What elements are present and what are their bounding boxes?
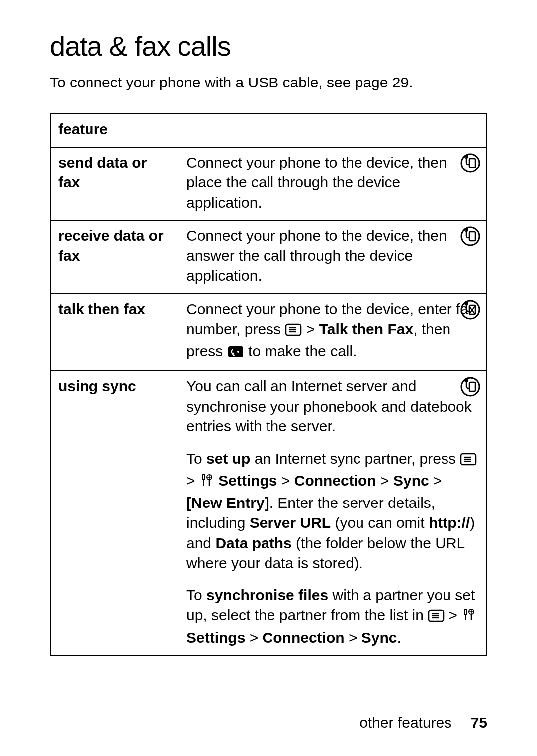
desc-text: >	[306, 321, 319, 337]
feature-desc: To synchronise files with a partner you …	[179, 581, 487, 656]
desc-text-bold: Sync	[361, 629, 397, 646]
svg-rect-6	[469, 232, 475, 241]
svg-rect-40	[464, 609, 467, 614]
desc-text-bold: http://	[429, 514, 470, 531]
menu-key-icon	[460, 451, 477, 471]
table-row: talk then fax Connect your phone to the …	[51, 294, 487, 371]
feature-name: receive data or fax	[51, 220, 180, 294]
desc-text: an Internet sync partner, press	[250, 450, 460, 467]
desc-text: (you can omit	[331, 514, 429, 531]
svg-rect-1	[469, 159, 475, 168]
svg-rect-22	[469, 382, 475, 391]
page-title: data & fax calls	[50, 30, 487, 62]
desc-text-bold: Server URL	[250, 514, 331, 531]
desc-text-bold: Data paths	[215, 535, 291, 551]
menu-key-icon	[428, 607, 445, 628]
table-header: feature	[51, 114, 487, 147]
feature-name: using sync	[51, 371, 180, 656]
desc-text: >	[376, 472, 393, 489]
table-row: receive data or fax Connect your phone t…	[51, 220, 487, 294]
desc-text: To	[186, 587, 206, 603]
svg-point-21	[461, 378, 479, 396]
desc-text: >	[445, 607, 461, 623]
feature-name: send data or fax	[51, 147, 180, 221]
settings-icon	[461, 607, 476, 628]
feature-desc: You can call an Internet server and sync…	[179, 371, 487, 444]
svg-point-0	[461, 154, 479, 172]
intro-text: To connect your phone with a USB cable, …	[50, 72, 487, 93]
table-row: using sync You can call an Internet serv…	[51, 371, 487, 444]
send-key-icon	[227, 343, 244, 364]
desc-text: >	[277, 472, 294, 489]
settings-icon	[199, 473, 214, 493]
desc-text: to make the call.	[248, 343, 357, 359]
feature-desc: To set up an Internet sync partner, pres…	[179, 444, 487, 581]
feature-desc: Connect your phone to the device, then a…	[179, 220, 487, 294]
svg-point-5	[461, 227, 479, 245]
sim-feature-icon	[460, 226, 481, 252]
sim-feature-icon	[460, 299, 481, 326]
desc-text-bold: [New Entry]	[186, 495, 269, 511]
page-footer: other features 75	[359, 714, 487, 731]
desc-text: Connect your phone to the device, then a…	[186, 227, 447, 284]
desc-text-bold: Settings	[186, 629, 245, 646]
section-label: other features	[359, 714, 451, 731]
menu-key-icon	[285, 321, 302, 341]
svg-rect-14	[228, 346, 243, 357]
desc-text-bold: set up	[206, 450, 250, 467]
svg-rect-30	[202, 475, 205, 480]
feature-table: feature send data or fax Connect your ph…	[50, 113, 487, 656]
sim-feature-icon	[460, 153, 481, 179]
page-number: 75	[471, 714, 487, 731]
desc-text: You can call an Internet server and sync…	[186, 378, 472, 434]
desc-text: >	[345, 629, 361, 646]
feature-desc: Connect your phone to the device, enter …	[179, 294, 487, 371]
desc-text: .	[397, 629, 401, 646]
desc-text: >	[245, 629, 262, 646]
desc-text-bold: synchronise files	[206, 587, 328, 603]
desc-text: >	[186, 472, 199, 489]
table-row: send data or fax Connect your phone to t…	[51, 147, 487, 221]
desc-text: Connect your phone to the device, then p…	[186, 154, 447, 211]
desc-text: >	[429, 472, 442, 489]
desc-text-bold: Connection	[294, 472, 376, 489]
desc-text: To	[186, 450, 206, 467]
sim-feature-icon	[460, 376, 481, 403]
feature-desc: Connect your phone to the device, then p…	[179, 147, 487, 221]
svg-rect-17	[469, 305, 475, 314]
svg-point-15	[237, 351, 239, 353]
feature-name: talk then fax	[51, 294, 180, 371]
desc-text-bold: Connection	[263, 629, 345, 646]
desc-text-bold: Talk then Fax	[319, 321, 414, 337]
manual-page: data & fax calls To connect your phone w…	[0, 0, 537, 756]
desc-text-bold: Settings	[218, 472, 277, 489]
desc-text-bold: Sync	[393, 472, 429, 489]
svg-point-16	[461, 301, 479, 319]
